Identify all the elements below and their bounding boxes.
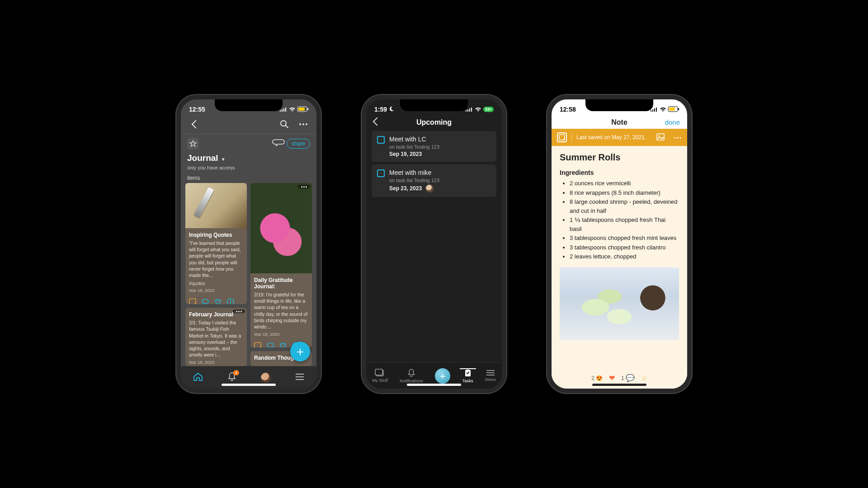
card-daily-gratitude[interactable]: Daily Gratitude Journal: 2/19: I'm grate… xyxy=(250,183,312,347)
comment-icon[interactable] xyxy=(202,299,209,304)
card-inspiring-quotes[interactable]: Inspiring Quotes "I've learned that peop… xyxy=(185,183,247,304)
svg-rect-6 xyxy=(307,108,308,110)
add-fab[interactable]: ＋ xyxy=(290,342,310,361)
card-more-button[interactable] xyxy=(233,310,245,313)
card-more-button[interactable] xyxy=(298,185,310,188)
image-button[interactable] xyxy=(656,133,665,142)
tab-label: Menu xyxy=(485,377,496,382)
tab-mystuff[interactable]: My Stuff xyxy=(372,369,388,383)
tab-home[interactable] xyxy=(193,372,203,383)
svg-point-45 xyxy=(677,137,678,138)
section-header: items xyxy=(181,174,316,183)
wifi-icon xyxy=(475,107,481,112)
note-icon[interactable] xyxy=(254,342,261,347)
more-button[interactable] xyxy=(297,117,310,131)
more-button[interactable] xyxy=(674,134,682,141)
task-due: Sep 23, 2023 xyxy=(389,184,491,192)
task-checkbox[interactable] xyxy=(377,169,385,177)
ingredients-list: 2 ounces rice vermicelli 8 rice wrappers… xyxy=(560,179,679,261)
svg-point-10 xyxy=(302,123,304,125)
svg-point-15 xyxy=(230,300,231,301)
svg-point-13 xyxy=(202,299,208,304)
avatar-icon xyxy=(261,373,271,383)
back-button[interactable] xyxy=(187,117,201,131)
tab-notifications[interactable]: Notifications xyxy=(400,368,423,383)
svg-point-7 xyxy=(281,121,286,126)
tab-notifications[interactable]: 4 xyxy=(227,372,236,384)
tab-label: Notifications xyxy=(400,378,423,383)
reaction-heart[interactable]: ❤ xyxy=(609,374,615,382)
comment-icon: 💬 xyxy=(626,374,635,382)
heart-icon[interactable] xyxy=(279,343,287,347)
svg-rect-40 xyxy=(678,108,679,110)
svg-rect-26 xyxy=(467,109,468,112)
svg-rect-36 xyxy=(654,108,655,112)
comment-icon[interactable] xyxy=(267,343,274,347)
tab-profile[interactable] xyxy=(261,373,271,383)
svg-rect-3 xyxy=(285,108,286,112)
notch xyxy=(215,99,283,111)
phone-tasks: 1:59 33+ Upcoming Meet with LC on task l… xyxy=(362,95,506,393)
tab-label: My Stuff xyxy=(372,378,388,383)
home-indicator[interactable] xyxy=(222,384,276,386)
task-checkbox[interactable] xyxy=(377,136,385,144)
card-image xyxy=(250,183,312,273)
task-item[interactable]: Meet with LC on task list Testing 123 Se… xyxy=(372,131,496,162)
search-button[interactable] xyxy=(278,117,291,131)
heart-icon: ❤ xyxy=(609,374,615,382)
svg-rect-17 xyxy=(255,343,261,347)
svg-point-44 xyxy=(674,137,675,138)
svg-rect-25 xyxy=(466,110,467,112)
divider xyxy=(181,134,316,134)
tab-label: Tasks xyxy=(462,378,473,383)
nav-bar: Note done xyxy=(552,116,687,129)
card-image xyxy=(185,183,247,228)
svg-point-9 xyxy=(299,123,301,125)
heart-icon[interactable] xyxy=(214,299,222,304)
dnd-moon-icon xyxy=(389,106,394,113)
wifi-icon xyxy=(289,107,296,112)
favorite-button[interactable] xyxy=(187,138,199,150)
notch xyxy=(400,99,468,111)
list-item: 2 leaves lettuce, chopped xyxy=(570,252,679,261)
task-title: Meet with LC xyxy=(389,136,491,143)
battery-icon xyxy=(297,107,308,112)
chevron-down-icon: ▼ xyxy=(221,157,226,162)
share-button[interactable]: share xyxy=(287,139,310,149)
reaction-star[interactable]: ☆ xyxy=(641,374,647,382)
home-indicator[interactable] xyxy=(407,384,461,386)
phone-note: 12:58 Note done Last saved on May 27, 20… xyxy=(547,95,692,393)
tab-menu[interactable]: Menu xyxy=(485,370,496,382)
add-fab[interactable]: ＋ xyxy=(435,368,450,384)
tab-tasks[interactable]: Tasks xyxy=(462,368,473,383)
card-february-journal[interactable]: February Journal 2/1: Today I visited th… xyxy=(185,308,247,366)
task-item[interactable]: Meet with mike on task list Testing 123 … xyxy=(372,164,496,197)
done-button[interactable]: done xyxy=(665,118,680,126)
reaction-comment[interactable]: 1💬 xyxy=(621,374,635,382)
task-title: Meet with mike xyxy=(389,169,491,176)
svg-rect-30 xyxy=(375,369,382,375)
assignee-avatar xyxy=(425,184,434,192)
comment-icon[interactable] xyxy=(274,139,283,149)
note-type-icon[interactable] xyxy=(557,132,567,142)
nav-bar: Upcoming xyxy=(366,116,502,131)
home-indicator[interactable] xyxy=(592,384,646,386)
tab-menu[interactable] xyxy=(295,373,304,382)
reaction-bar: 2😍 ❤ 1💬 ☆ xyxy=(552,374,687,382)
back-button[interactable] xyxy=(373,117,378,127)
info-icon[interactable] xyxy=(227,298,234,304)
card-body: "I've learned that people will forget wh… xyxy=(189,240,243,278)
status-time: 12:55 xyxy=(189,106,205,113)
svg-point-11 xyxy=(306,123,307,125)
card-tag: #quotes xyxy=(189,281,243,286)
divider xyxy=(571,133,572,142)
note-icon[interactable] xyxy=(189,298,196,304)
note-body[interactable]: Summer Rolls Ingredients 2 ounces rice v… xyxy=(552,146,687,389)
reaction-heart-eyes[interactable]: 2😍 xyxy=(591,375,603,381)
screen-title: Note xyxy=(611,118,627,127)
battery-badge: 33+ xyxy=(483,107,494,112)
collection-title[interactable]: Journal▼ xyxy=(187,153,310,163)
list-item: 8 large cooked shrimp - peeled, deveined… xyxy=(570,197,679,215)
nav-bar xyxy=(181,116,316,134)
card-title: Daily Gratitude Journal: xyxy=(254,277,308,290)
